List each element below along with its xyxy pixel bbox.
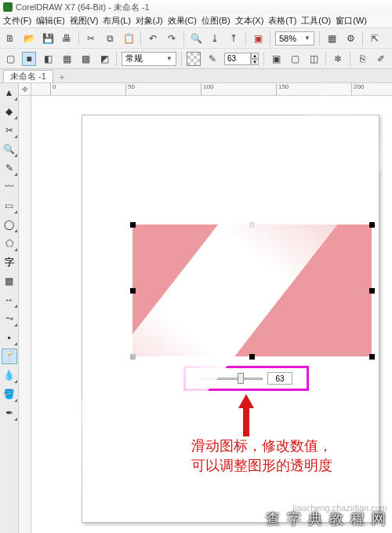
menu-table[interactable]: 表格(T) — [268, 15, 296, 27]
handle-sw[interactable] — [130, 354, 136, 360]
dimension-tool[interactable]: ↔ — [2, 292, 17, 308]
copy-props-icon[interactable]: ⎘ — [355, 52, 369, 66]
freeze-icon[interactable]: ❄ — [331, 52, 345, 66]
transparency-tool[interactable]: 🍸 — [2, 349, 17, 364]
separator — [183, 31, 184, 46]
cut-icon[interactable]: ✂ — [84, 31, 98, 46]
print-icon[interactable]: 🖶 — [60, 31, 74, 46]
slider-thumb[interactable] — [238, 373, 244, 384]
trans-uniform-icon[interactable]: ■ — [22, 52, 36, 66]
options-icon[interactable]: ⚙ — [343, 31, 358, 46]
tick-label: 50 — [128, 83, 135, 90]
edit-icon[interactable]: ✐ — [374, 52, 388, 66]
menu-bitmap[interactable]: 位图(B) — [201, 15, 230, 27]
document-tab[interactable]: 未命名 -1 — [3, 70, 53, 82]
dropshadow-tool[interactable]: ▪ — [2, 330, 17, 345]
trans-bitmap-icon[interactable]: ▩ — [78, 52, 93, 66]
trans-texture-icon[interactable]: ◩ — [97, 52, 111, 66]
menu-view[interactable]: 视图(V) — [70, 15, 99, 27]
zoom-value: 58% — [279, 34, 296, 43]
freehand-tool[interactable]: ✎ — [2, 160, 17, 176]
search-icon[interactable]: 🔍 — [189, 31, 203, 46]
ellipse-tool[interactable]: ◯ — [2, 217, 17, 232]
trans-none-icon[interactable]: ▢ — [3, 52, 17, 66]
connector-tool[interactable]: ⤳ — [2, 311, 17, 327]
transparency-input[interactable]: 63 ▲▼ — [224, 53, 259, 65]
annotation-text: 滑动图标，修改数值， 可以调整图形的透明度 — [160, 436, 364, 476]
menu-window[interactable]: 窗口(W) — [336, 15, 367, 27]
apply-all-icon[interactable]: ◫ — [307, 52, 321, 66]
menu-tools[interactable]: 工具(O) — [301, 15, 331, 27]
handle-w[interactable] — [130, 288, 136, 294]
handle-n[interactable] — [249, 222, 255, 228]
export-icon[interactable]: ⤒ — [227, 31, 241, 46]
publish-icon[interactable]: ▣ — [251, 31, 265, 46]
text-tool[interactable]: 字 — [2, 254, 17, 270]
pick-tool[interactable]: ▲ — [2, 85, 17, 100]
add-tab-button[interactable]: ＋ — [56, 71, 67, 82]
copy-icon[interactable]: ⧉ — [103, 31, 117, 46]
menu-object[interactable]: 对象(J) — [136, 15, 163, 27]
trans-pattern-icon[interactable]: ▦ — [60, 52, 74, 66]
zoom-combo[interactable]: 58% ▼ — [275, 31, 314, 46]
transparency-value[interactable]: 63 — [224, 53, 251, 65]
crop-tool[interactable]: ✂ — [2, 122, 17, 138]
menu-effects[interactable]: 效果(C) — [168, 15, 197, 27]
app-icon — [3, 2, 13, 12]
apply-fill-icon[interactable]: ▣ — [269, 52, 283, 66]
spinner[interactable]: ▲▼ — [251, 53, 259, 65]
selected-rectangle[interactable] — [132, 225, 372, 356]
separator — [362, 31, 363, 46]
tick-label: 150 — [278, 83, 289, 90]
tick-label: 0 — [53, 83, 56, 90]
handle-s[interactable] — [249, 354, 255, 360]
transparency-swatch[interactable] — [187, 52, 201, 66]
annotation-arrow — [237, 394, 256, 436]
shape-tool[interactable]: ◆ — [2, 104, 17, 119]
canvas[interactable]: ✥ 0 50 100 150 200 63 — [19, 83, 392, 533]
separator — [181, 52, 182, 66]
menu-file[interactable]: 文件(F) — [3, 15, 31, 27]
apply-outline-icon[interactable]: ▢ — [288, 52, 302, 66]
slider-value[interactable]: 63 — [267, 372, 292, 385]
transparency-slider[interactable] — [200, 373, 263, 384]
artistic-tool[interactable]: 〰 — [2, 179, 17, 195]
polygon-tool[interactable]: ⬠ — [2, 235, 17, 251]
handle-nw[interactable] — [130, 222, 136, 228]
undo-icon[interactable]: ↶ — [146, 31, 160, 46]
save-icon[interactable]: 💾 — [41, 31, 55, 46]
handle-se[interactable] — [369, 354, 375, 360]
handle-ne[interactable] — [369, 222, 375, 228]
outline-tool[interactable]: ✒ — [2, 405, 17, 421]
eyedropper-tool[interactable]: 💧 — [2, 367, 17, 383]
rectangle-tool[interactable]: ▭ — [2, 198, 17, 214]
trans-fountain-icon[interactable]: ◧ — [41, 52, 55, 66]
zoom-tool[interactable]: 🔍 — [2, 141, 17, 157]
picker-icon[interactable]: ✎ — [205, 52, 220, 66]
open-icon[interactable]: 📂 — [22, 31, 36, 46]
redo-icon[interactable]: ↷ — [165, 31, 179, 46]
separator — [116, 52, 117, 66]
ruler-origin[interactable]: ✥ — [19, 83, 31, 96]
import-icon[interactable]: ⤓ — [208, 31, 222, 46]
menu-layout[interactable]: 布局(L) — [103, 15, 130, 27]
horizontal-ruler[interactable]: 0 50 100 150 200 — [31, 83, 392, 96]
toolbox: ▲ ◆ ✂ 🔍 ✎ 〰 ▭ ◯ ⬠ 字 ▦ ↔ ⤳ ▪ 🍸 💧 🪣 ✒ — [0, 83, 19, 533]
merge-mode-value: 常规 — [125, 53, 143, 64]
separator — [350, 52, 350, 66]
menu-edit[interactable]: 编辑(E) — [36, 15, 65, 27]
separator — [270, 31, 270, 46]
merge-mode-combo[interactable]: 常规 ▼ — [122, 52, 176, 66]
snap-icon[interactable]: ▦ — [325, 31, 339, 46]
menu-text[interactable]: 文本(X) — [235, 15, 264, 27]
title-text: CorelDRAW X7 (64-Bit) - 未命名 -1 — [16, 2, 150, 13]
fill-tool[interactable]: 🪣 — [2, 386, 17, 402]
transparency-slider-popup[interactable]: 63 — [183, 366, 309, 391]
paste-icon[interactable]: 📋 — [122, 31, 136, 46]
vertical-ruler[interactable] — [19, 96, 31, 533]
new-icon[interactable]: 🗎 — [3, 31, 17, 46]
table-tool[interactable]: ▦ — [2, 273, 17, 289]
launch-icon[interactable]: ⇱ — [368, 31, 382, 46]
separator — [263, 52, 264, 66]
handle-e[interactable] — [369, 288, 375, 294]
